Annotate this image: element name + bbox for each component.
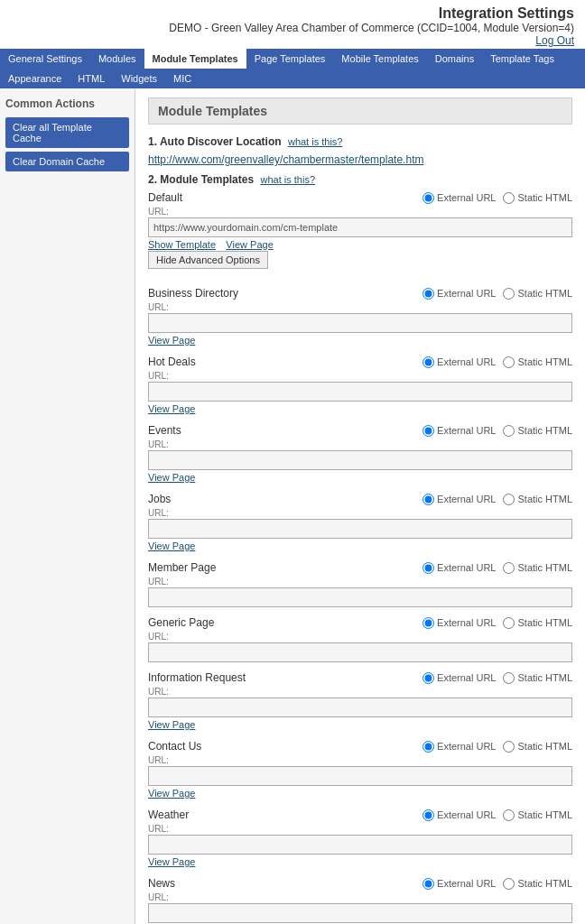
header: Integration Settings DEMO - Green Valley… [0, 0, 585, 49]
radio-external-0[interactable] [422, 192, 434, 204]
radio-static-label-8[interactable]: Static HTML [503, 741, 572, 753]
sidebar-section-title: Common Actions [5, 96, 129, 112]
sidebar: Common Actions Clear all Template CacheC… [0, 88, 135, 924]
url-input-6[interactable] [148, 642, 572, 662]
show-template-link[interactable]: Show Template [148, 239, 216, 250]
radio-static-6[interactable] [503, 617, 515, 629]
url-input-0[interactable] [148, 217, 572, 237]
url-prefix-5: URL: [148, 577, 572, 587]
radio-external-7[interactable] [422, 672, 434, 684]
nav-tab-mic[interactable]: MIC [165, 69, 200, 88]
radio-external-6[interactable] [422, 617, 434, 629]
field-group-information-request: Information Request External URL Static … [148, 671, 572, 731]
radio-static-2[interactable] [503, 356, 515, 368]
radio-static-8[interactable] [503, 741, 515, 753]
nav-tab-domains[interactable]: Domains [427, 49, 482, 69]
radio-external-label-9[interactable]: External URL [422, 809, 496, 821]
nav-tab-page-templates[interactable]: Page Templates [246, 49, 334, 69]
radio-static-0[interactable] [503, 192, 515, 204]
url-input-2[interactable] [148, 382, 572, 402]
radio-static-label-3[interactable]: Static HTML [503, 425, 572, 437]
radio-static-label-0[interactable]: Static HTML [503, 192, 572, 204]
url-input-9[interactable] [148, 835, 572, 855]
field-group-hot-deals: Hot Deals External URL Static HTMLURL: V… [148, 356, 572, 415]
radio-static-label-6[interactable]: Static HTML [503, 617, 572, 629]
discover-url-link[interactable]: http://www.com/greenvalley/chambermaster… [148, 153, 572, 166]
url-prefix-0: URL: [148, 207, 572, 217]
radio-static-10[interactable] [503, 878, 515, 890]
radio-group-8: External URL Static HTML [422, 741, 572, 753]
nav-tab-widgets[interactable]: Widgets [113, 69, 165, 88]
nav-tab-general-settings[interactable]: General Settings [0, 49, 90, 69]
view-page-link-8[interactable]: View Page [148, 788, 195, 799]
nav-tab-modules[interactable]: Modules [90, 49, 144, 69]
url-input-1[interactable] [148, 313, 572, 333]
field-label-5: Member Page [148, 561, 216, 574]
radio-external-label-3[interactable]: External URL [422, 425, 496, 437]
view-page-link-4[interactable]: View Page [148, 541, 195, 551]
nav-tab-mobile-templates[interactable]: Mobile Templates [333, 49, 426, 69]
radio-static-label-10[interactable]: Static HTML [503, 878, 572, 890]
radio-external-label-0[interactable]: External URL [422, 192, 496, 204]
field-group-weather: Weather External URL Static HTMLURL: Vie… [148, 808, 572, 868]
field-group-business-directory: Business Directory External URL Static H… [148, 287, 572, 346]
url-input-3[interactable] [148, 450, 572, 470]
radio-static-1[interactable] [503, 288, 515, 300]
radio-external-label-7[interactable]: External URL [422, 672, 496, 684]
url-input-7[interactable] [148, 698, 572, 717]
view-page-link-1[interactable]: View Page [148, 335, 195, 346]
view-page-link-2[interactable]: View Page [148, 403, 195, 414]
url-prefix-2: URL: [148, 371, 572, 381]
radio-external-10[interactable] [422, 878, 434, 890]
nav-tab-module-templates[interactable]: Module Templates [144, 49, 246, 69]
radio-static-label-5[interactable]: Static HTML [503, 562, 572, 574]
nav-tab-html[interactable]: HTML [70, 69, 113, 88]
radio-external-label-10[interactable]: External URL [422, 878, 496, 890]
radio-external-9[interactable] [422, 809, 434, 821]
view-page-link-9[interactable]: View Page [148, 856, 195, 867]
nav-tab-appearance[interactable]: Appearance [0, 69, 70, 88]
radio-external-label-2[interactable]: External URL [422, 356, 496, 368]
radio-static-4[interactable] [503, 494, 515, 505]
radio-external-label-1[interactable]: External URL [422, 288, 496, 300]
radio-static-label-4[interactable]: Static HTML [503, 494, 572, 505]
nav-tab-template-tags[interactable]: Template Tags [482, 49, 562, 69]
view-page-link-3[interactable]: View Page [148, 472, 195, 483]
radio-external-4[interactable] [422, 494, 434, 505]
field-label-4: Jobs [148, 493, 171, 505]
sidebar-btn-0[interactable]: Clear all Template Cache [5, 117, 129, 148]
url-input-5[interactable] [148, 587, 572, 607]
auto-discover-heading: 1. Auto Discover Location what is this? [148, 135, 572, 148]
radio-external-label-8[interactable]: External URL [422, 741, 496, 753]
view-page-link-0[interactable]: View Page [226, 239, 273, 250]
field-group-events: Events External URL Static HTMLURL: View… [148, 424, 572, 484]
radio-external-3[interactable] [422, 425, 434, 437]
radio-external-1[interactable] [422, 288, 434, 300]
url-prefix-7: URL: [148, 687, 572, 697]
radio-external-2[interactable] [422, 356, 434, 368]
logout-link[interactable]: Log Out [535, 34, 574, 47]
view-page-link-7[interactable]: View Page [148, 719, 195, 730]
radio-external-5[interactable] [422, 562, 434, 574]
radio-external-label-4[interactable]: External URL [422, 494, 496, 505]
radio-static-5[interactable] [503, 562, 515, 574]
radio-static-label-1[interactable]: Static HTML [503, 288, 572, 300]
url-input-8[interactable] [148, 766, 572, 786]
radio-external-8[interactable] [422, 741, 434, 753]
radio-static-7[interactable] [503, 672, 515, 684]
field-group-jobs: Jobs External URL Static HTMLURL: View P… [148, 493, 572, 552]
radio-static-label-9[interactable]: Static HTML [503, 809, 572, 821]
radio-static-9[interactable] [503, 809, 515, 821]
radio-group-2: External URL Static HTML [422, 356, 572, 368]
radio-external-label-5[interactable]: External URL [422, 562, 496, 574]
auto-discover-what-link[interactable]: what is this? [288, 136, 343, 147]
url-input-4[interactable] [148, 519, 572, 539]
radio-static-label-2[interactable]: Static HTML [503, 356, 572, 368]
sidebar-btn-1[interactable]: Clear Domain Cache [5, 152, 129, 171]
radio-static-3[interactable] [503, 425, 515, 437]
radio-external-label-6[interactable]: External URL [422, 617, 496, 629]
radio-static-label-7[interactable]: Static HTML [503, 672, 572, 684]
hide-advanced-button[interactable]: Hide Advanced Options [148, 251, 268, 269]
module-templates-what-link[interactable]: what is this? [260, 174, 315, 185]
url-input-10[interactable] [148, 903, 572, 923]
